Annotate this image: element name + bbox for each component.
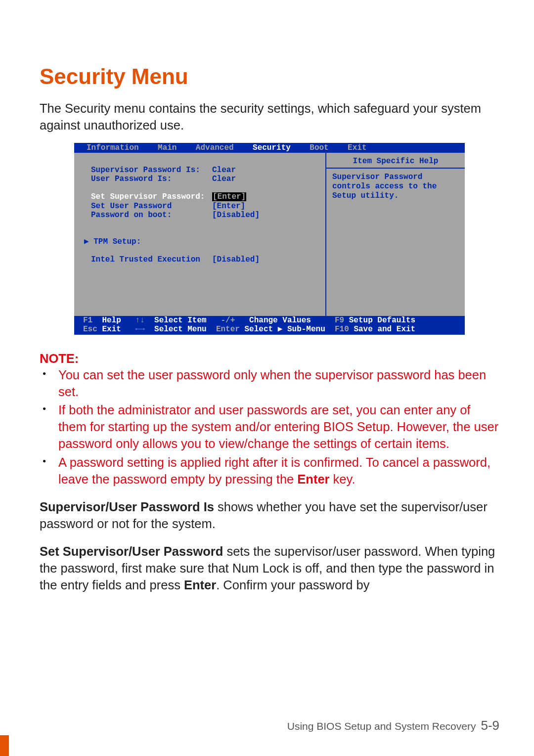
tab-information[interactable]: Information <box>87 143 139 152</box>
note-list: You can set the user password only when … <box>40 367 499 488</box>
bios-help-panel: Item Specific Help Supervisor Password c… <box>325 153 465 316</box>
tab-boot[interactable]: Boot <box>310 143 328 152</box>
row-supervisor-pw-is: Supervisor Password Is:Clear <box>91 166 316 175</box>
tab-advanced[interactable]: Advanced <box>196 143 234 152</box>
row-pw-on-boot[interactable]: Password on boot:[Disabled] <box>91 211 316 220</box>
note-item: A password setting is applied right afte… <box>58 454 499 488</box>
bios-settings-panel: Supervisor Password Is:Clear User Passwo… <box>74 153 325 316</box>
submenu-arrow-icon: ▶ <box>84 237 93 246</box>
bios-footer: F1 Help ↑↓ Select Item -/+ Change Values… <box>74 316 465 335</box>
tab-exit[interactable]: Exit <box>348 143 366 152</box>
tab-security[interactable]: Security <box>253 143 291 152</box>
row-user-pw-is: User Password Is:Clear <box>91 175 316 183</box>
row-set-user-pw[interactable]: Set User Password[Enter] <box>91 202 316 211</box>
note-item: You can set the user password only when … <box>58 367 499 400</box>
paragraph-set-supervisor-user: Set Supervisor/User Password sets the su… <box>40 543 499 594</box>
tab-main[interactable]: Main <box>158 143 177 152</box>
note-item: If both the administrator and user passw… <box>58 402 499 452</box>
help-body: Supervisor Password controls access to t… <box>331 173 460 201</box>
note-heading: NOTE: <box>40 352 499 366</box>
row-set-supervisor-pw[interactable]: Set Supervisor Password:[Enter] <box>91 192 316 201</box>
bios-menubar: Information Main Advanced Security Boot … <box>74 143 465 153</box>
intro-paragraph: The Security menu contains the security … <box>40 100 499 134</box>
paragraph-supervisor-user-is: Supervisor/User Password Is shows whethe… <box>40 499 499 533</box>
row-intel-trusted-exec[interactable]: Intel Trusted Execution[Disabled] <box>91 255 316 264</box>
page-footer: Using BIOS Setup and System Recovery5-9 <box>287 718 499 733</box>
bios-screenshot: Information Main Advanced Security Boot … <box>74 143 465 335</box>
page-accent-tab <box>0 735 9 756</box>
page-title: Security Menu <box>40 64 499 89</box>
enter-key-label: Enter <box>297 472 329 486</box>
help-title: Item Specific Help <box>331 157 460 166</box>
row-tpm-setup[interactable]: ▶ TPM Setup: <box>91 237 316 246</box>
